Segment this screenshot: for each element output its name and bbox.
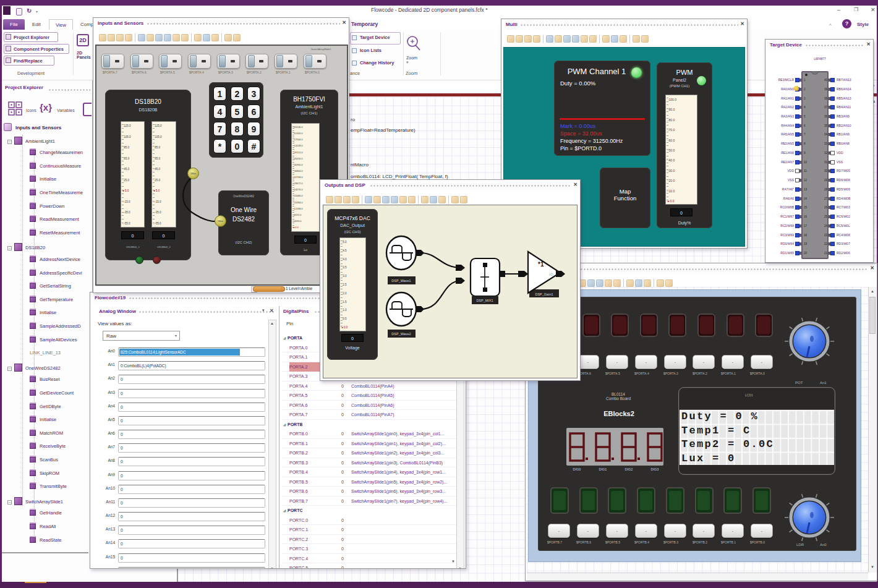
svg-text:DSP_Gain1: DSP_Gain1 — [535, 292, 553, 296]
svg-text:DIG0: DIG0 — [573, 467, 581, 471]
svg-text:DSP_Wave1: DSP_Wave1 — [391, 279, 411, 283]
svg-text:DIG1: DIG1 — [599, 467, 607, 471]
svg-text:DIG2: DIG2 — [625, 467, 633, 471]
svg-text:DSP_Wave2: DSP_Wave2 — [391, 332, 411, 336]
svg-text:DIG3: DIG3 — [651, 467, 659, 471]
svg-text:*1: *1 — [538, 261, 544, 268]
svg-text:I/O: I/O — [549, 273, 553, 276]
svg-text:DSP_MIX1: DSP_MIX1 — [476, 299, 493, 302]
